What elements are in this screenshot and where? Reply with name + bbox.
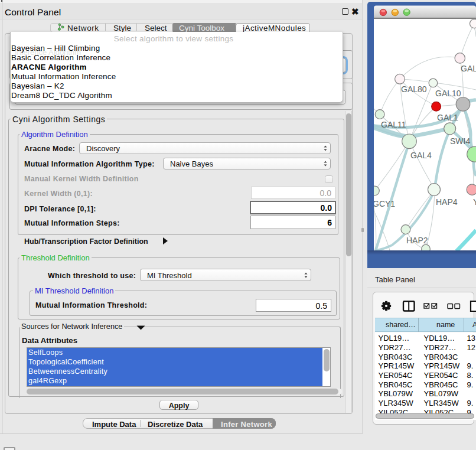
- svg-text:Y: Y: [473, 197, 476, 207]
- svg-text:GAL80: GAL80: [401, 84, 427, 94]
- svg-text:HAP2: HAP2: [406, 236, 428, 245]
- svg-text:HAP4: HAP4: [436, 197, 458, 207]
- svg-text:SWI4: SWI4: [450, 136, 470, 146]
- svg-text:GAL4: GAL4: [410, 151, 432, 160]
- svg-text:GAL1: GAL1: [437, 113, 458, 122]
- svg-text:GCY1: GCY1: [373, 199, 395, 208]
- svg-text:GAL11: GAL11: [381, 120, 406, 129]
- svg-text:GAL10: GAL10: [435, 89, 461, 98]
- svg-text:GAL: GAL: [461, 64, 476, 73]
